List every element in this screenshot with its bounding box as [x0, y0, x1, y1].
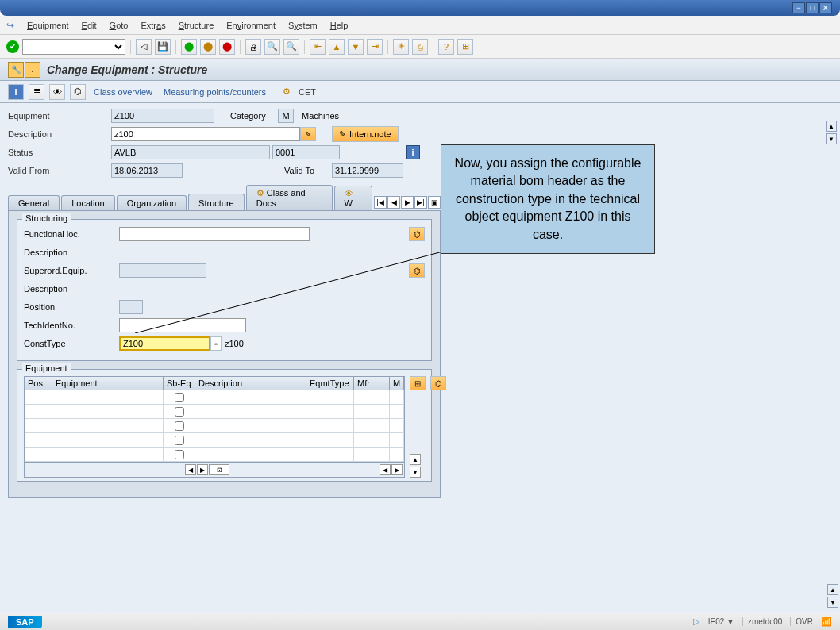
col-m[interactable]: M	[390, 377, 404, 390]
menu-structure[interactable]: Structure	[179, 21, 214, 30]
description-input[interactable]	[111, 127, 300, 141]
table-row[interactable]	[25, 405, 404, 419]
tab-next-button[interactable]: ▶	[401, 196, 414, 209]
func-loc-hierarchy-button[interactable]: ⌬	[409, 227, 425, 241]
find-next-button[interactable]: 🔍	[283, 39, 299, 55]
col-pos[interactable]: Pos.	[25, 377, 52, 390]
maximize-button[interactable]: □	[806, 2, 819, 13]
sbeq-check[interactable]	[175, 393, 184, 402]
enter-button[interactable]: ✔	[6, 40, 19, 53]
category-label: Category	[230, 111, 278, 121]
prev-page-button[interactable]: ▲	[329, 39, 345, 55]
header-icon1[interactable]: 🔧	[8, 62, 24, 78]
tech-ident-input[interactable]	[119, 318, 246, 332]
sbeq-check[interactable]	[175, 407, 184, 417]
col-equipment[interactable]: Equipment	[52, 377, 164, 390]
tool1-button[interactable]: ✳	[393, 39, 409, 55]
measuring-link[interactable]: Measuring points/counters	[164, 87, 266, 97]
col-sbeq[interactable]: Sb-Eq	[164, 377, 195, 390]
position-input[interactable]	[119, 300, 143, 314]
valid-to-input[interactable]	[332, 163, 403, 178]
table-row[interactable]	[25, 419, 404, 433]
sbeq-check[interactable]	[175, 450, 184, 459]
nav-back-button[interactable]: ⬤	[181, 39, 197, 55]
intern-note-button[interactable]: ✎Intern.note	[332, 126, 399, 142]
status-info-button[interactable]: i	[406, 145, 420, 159]
category-code-input[interactable]	[278, 109, 294, 123]
func-loc-input[interactable]	[119, 227, 310, 241]
tab-prev-button[interactable]: ◀	[387, 196, 400, 209]
superord-hierarchy-button[interactable]: ⌬	[409, 263, 425, 278]
h-last-button[interactable]: ▶	[391, 464, 403, 475]
back-button[interactable]: ◁	[136, 39, 152, 55]
col-eqmttype[interactable]: EqmtType	[306, 377, 354, 390]
list-icon[interactable]: ≣	[29, 84, 44, 100]
menu-goto[interactable]: Goto	[110, 21, 129, 30]
cet-link[interactable]: CET	[299, 87, 316, 97]
h-prev-button[interactable]: ▶	[197, 464, 208, 475]
col-mfr[interactable]: Mfr	[354, 377, 390, 390]
info-icon[interactable]: i	[8, 84, 24, 100]
tab-w[interactable]: 👁 W	[334, 186, 372, 210]
const-type-input[interactable]	[119, 336, 210, 351]
menu-help[interactable]: Help	[330, 21, 349, 30]
sbeq-check[interactable]	[175, 421, 184, 431]
help-button[interactable]: ?	[438, 39, 454, 55]
print-button[interactable]: 🖨	[245, 39, 261, 55]
h-next-button[interactable]: ◀	[380, 464, 391, 475]
table-row[interactable]	[25, 433, 404, 448]
command-field[interactable]	[22, 39, 125, 55]
status-play-icon[interactable]: ▷	[693, 617, 699, 627]
v-up-button[interactable]: ▲	[410, 454, 421, 465]
scroll-down2-button[interactable]: ▼	[827, 597, 838, 608]
table-config-button[interactable]: ⊞	[410, 376, 426, 390]
description-detail-button[interactable]: ✎	[300, 127, 316, 141]
const-type-search-button[interactable]: ▫	[210, 336, 222, 351]
table-row[interactable]	[25, 390, 404, 405]
status-input[interactable]	[111, 145, 270, 159]
menu-environment[interactable]: Environment	[226, 21, 276, 30]
tool2-button[interactable]: ⎙	[412, 39, 428, 55]
first-page-button[interactable]: ⇤	[310, 39, 326, 55]
nav-cancel-button[interactable]: ⬤	[219, 39, 235, 55]
menu-extras[interactable]: Extras	[141, 21, 165, 30]
minimize-button[interactable]: −	[792, 2, 805, 13]
layout-button[interactable]: ⊞	[457, 39, 473, 55]
tab-list-button[interactable]: ▣	[428, 196, 441, 209]
scroll-up-button[interactable]: ▲	[826, 121, 837, 132]
tech-ident-label: TechIdentNo.	[24, 321, 119, 330]
tab-first-button[interactable]: |◀	[374, 196, 387, 209]
find-button[interactable]: 🔍	[264, 39, 280, 55]
class-overview-link[interactable]: Class overview	[94, 87, 152, 97]
scroll-up2-button[interactable]: ▲	[827, 584, 838, 595]
hierarchy-icon[interactable]: ⌬	[70, 84, 86, 100]
col-description[interactable]: Description	[195, 377, 306, 390]
menu-system[interactable]: System	[288, 21, 318, 30]
header-icon2[interactable]: .	[25, 62, 40, 78]
superord-input[interactable]	[119, 263, 206, 278]
h-pos-button[interactable]: ⊡	[209, 464, 229, 475]
next-page-button[interactable]: ▼	[348, 39, 364, 55]
class-icon[interactable]: 👁	[49, 84, 65, 100]
tab-last-button[interactable]: ▶|	[414, 196, 427, 209]
table-hierarchy-button[interactable]: ⌬	[430, 376, 446, 390]
close-button[interactable]: ✕	[819, 2, 832, 13]
tab-location[interactable]: Location	[61, 195, 115, 210]
valid-from-input[interactable]	[111, 163, 183, 178]
scroll-down-button[interactable]: ▼	[826, 133, 837, 144]
tab-general[interactable]: General	[8, 195, 60, 210]
equipment-input[interactable]	[111, 109, 214, 123]
tab-class-docs[interactable]: ⚙ Class and Docs	[246, 185, 333, 210]
nav-exit-button[interactable]: ⬤	[200, 39, 216, 55]
status-code-input[interactable]	[272, 145, 340, 159]
menu-edit[interactable]: Edit	[82, 21, 97, 30]
last-page-button[interactable]: ⇥	[367, 39, 383, 55]
save-button[interactable]: 💾	[155, 39, 171, 55]
tab-structure[interactable]: Structure	[188, 194, 245, 210]
table-row[interactable]	[25, 448, 404, 462]
h-first-button[interactable]: ◀	[185, 464, 196, 475]
tab-organization[interactable]: Organization	[117, 195, 187, 210]
menu-equipment[interactable]: Equipment	[27, 21, 69, 30]
v-down-button[interactable]: ▼	[410, 467, 421, 478]
sbeq-check[interactable]	[175, 436, 184, 445]
